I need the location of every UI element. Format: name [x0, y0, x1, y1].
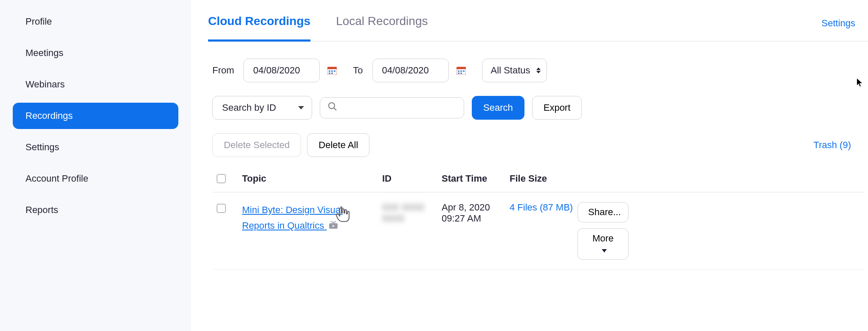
chevron-down-icon [298, 106, 304, 109]
sidebar-item-label: Profile [25, 16, 52, 27]
sidebar: Profile Meetings Webinars Recordings Set… [0, 0, 191, 331]
svg-point-14 [329, 103, 335, 109]
recording-id: 000 0000 0000 [382, 202, 442, 260]
calendar-icon[interactable] [327, 66, 337, 75]
search-icon [328, 102, 337, 114]
select-arrows-icon [536, 67, 541, 73]
delete-selected-button[interactable]: Delete Selected [212, 133, 301, 157]
col-id: ID [382, 173, 442, 184]
tabs-row: Cloud Recordings Local Recordings Settin… [208, 8, 868, 42]
from-date-input[interactable] [243, 59, 320, 82]
delete-all-button[interactable]: Delete All [307, 133, 369, 157]
status-select[interactable]: All Status [482, 59, 547, 82]
svg-rect-13 [460, 73, 462, 74]
filters: From To All Status [208, 42, 868, 274]
row-checkbox[interactable] [217, 204, 226, 213]
to-label: To [353, 65, 363, 76]
tab-cloud-recordings[interactable]: Cloud Recordings [208, 8, 310, 41]
from-label: From [212, 65, 234, 76]
sidebar-item-meetings[interactable]: Meetings [13, 40, 178, 66]
svg-rect-9 [458, 70, 459, 72]
svg-rect-2 [329, 70, 330, 72]
svg-rect-5 [329, 73, 330, 74]
calendar-icon[interactable] [457, 66, 466, 75]
tab-local-recordings[interactable]: Local Recordings [336, 8, 428, 41]
sidebar-item-webinars[interactable]: Webinars [13, 71, 178, 98]
trash-link[interactable]: Trash (9) [814, 140, 851, 151]
more-button[interactable]: More [578, 228, 628, 260]
svg-rect-8 [457, 67, 466, 69]
main-content: Cloud Recordings Local Recordings Settin… [191, 0, 868, 331]
sidebar-item-label: Account Profile [25, 173, 88, 184]
tv-icon [329, 221, 338, 230]
sidebar-item-recordings[interactable]: Recordings [13, 103, 178, 129]
to-date-input[interactable] [372, 59, 449, 82]
sidebar-item-label: Settings [25, 142, 59, 152]
search-input[interactable] [341, 103, 456, 113]
svg-rect-10 [460, 70, 462, 72]
settings-link[interactable]: Settings [822, 8, 856, 29]
col-start: Start Time [442, 173, 510, 184]
search-by-value: Search by ID [222, 102, 276, 113]
svg-rect-4 [334, 70, 335, 72]
col-topic: Topic [242, 173, 382, 184]
search-by-select[interactable]: Search by ID [212, 96, 312, 120]
sidebar-item-label: Reports [25, 205, 58, 215]
svg-rect-12 [458, 73, 459, 74]
recording-file-size[interactable]: 4 Files (87 MB) [510, 202, 578, 260]
search-button[interactable]: Search [472, 96, 524, 120]
tabs: Cloud Recordings Local Recordings [208, 8, 428, 41]
sidebar-item-account-profile[interactable]: Account Profile [13, 166, 178, 192]
share-button[interactable]: Share... [578, 202, 628, 222]
sidebar-item-label: Recordings [25, 110, 73, 121]
sidebar-item-label: Meetings [25, 48, 63, 58]
col-size: File Size [510, 173, 578, 184]
status-value: All Status [491, 65, 530, 76]
table-header: Topic ID Start Time File Size [212, 166, 864, 193]
chevron-down-icon [602, 244, 607, 255]
select-all-checkbox[interactable] [217, 174, 226, 183]
topic-text: Mini Byte: Design Visual Reports in Qual… [242, 205, 343, 231]
sidebar-item-reports[interactable]: Reports [13, 197, 178, 223]
recordings-table: Topic ID Start Time File Size Mini Byte:… [212, 166, 864, 269]
svg-line-15 [334, 108, 336, 110]
export-button[interactable]: Export [532, 96, 582, 120]
search-input-wrap[interactable] [320, 97, 464, 118]
svg-rect-6 [331, 73, 333, 74]
recording-start-time: Apr 8, 2020 09:27 AM [442, 202, 510, 260]
sidebar-item-label: Webinars [25, 79, 65, 90]
tab-label: Cloud Recordings [208, 14, 310, 28]
recording-topic-link[interactable]: Mini Byte: Design Visual Reports in Qual… [242, 202, 382, 260]
sidebar-item-profile[interactable]: Profile [13, 8, 178, 35]
svg-rect-3 [331, 70, 333, 72]
sidebar-item-settings[interactable]: Settings [13, 134, 178, 160]
tab-label: Local Recordings [336, 14, 428, 28]
svg-rect-1 [327, 67, 337, 69]
svg-rect-11 [463, 70, 465, 72]
table-row: Mini Byte: Design Visual Reports in Qual… [212, 193, 864, 269]
